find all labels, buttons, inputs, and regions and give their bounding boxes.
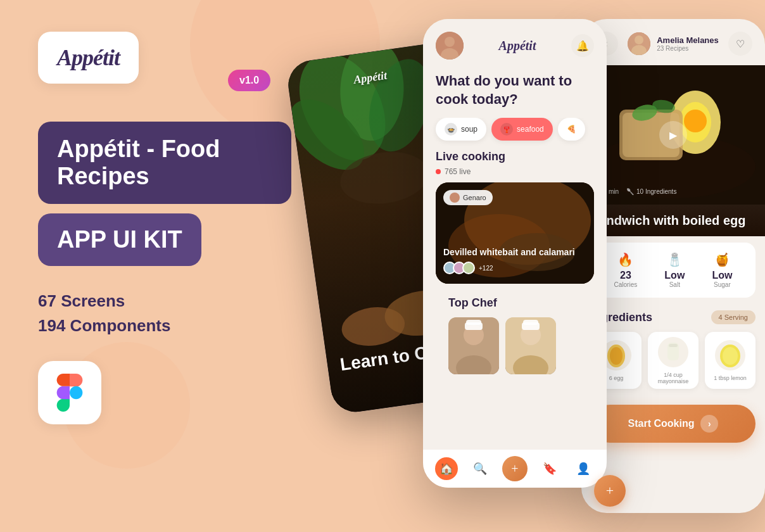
svg-point-9 (445, 37, 455, 47)
ingredients-badge: 🥄 10 Ingredients (626, 188, 676, 195)
stats-section: 67 Screens 194 Components (38, 291, 291, 336)
phone-mid-header: Appétit 🔔 (423, 19, 607, 66)
play-button[interactable]: ▶ (659, 121, 687, 149)
serving-badge: 4 Serving (711, 310, 756, 324)
salt-item: 🧂 Low Salt (664, 252, 685, 288)
seafood-pill[interactable]: 🦞 seafood (491, 118, 553, 141)
user-avatar (436, 32, 464, 60)
ingredients-header: Ingredients 4 Serving (591, 310, 756, 324)
live-title: Live cooking (436, 150, 594, 163)
salt-icon: 🧂 (664, 252, 685, 267)
ingredient-lemon: 1 tbsp lemon (705, 332, 756, 389)
title-box-2: APP UI KIT (38, 213, 201, 266)
chef-name: Genaro (463, 194, 486, 201)
lemon-label: 1 tbsp lemon (714, 375, 747, 381)
top-chef-title: Top Chef (448, 296, 581, 310)
phones-container: Appétit Learn to Cook Appétit 🔔 (284, 0, 765, 532)
avatar-svg (436, 32, 464, 60)
nav-search[interactable]: 🔍 (469, 457, 491, 480)
phone-right: ‹ Amelia Melanes 23 Recipes ♡ (581, 19, 765, 513)
ingredients-section: Ingredients 4 Serving 6 egg (581, 304, 765, 395)
notification-bell[interactable]: 🔔 (571, 34, 594, 57)
calories-value: 23 (614, 270, 638, 281)
chef-card-2[interactable] (505, 317, 556, 374)
app-tagline-2: APP UI KIT (57, 226, 182, 253)
user-recipes: 23 Recipes (657, 45, 719, 52)
right-user-avatar (628, 32, 650, 55)
mayo-svg (657, 336, 689, 368)
soup-label: soup (461, 125, 477, 134)
soup-pill[interactable]: 🍲 soup (436, 118, 486, 141)
calories-icon: 🔥 (614, 252, 638, 267)
chef1-svg (448, 317, 499, 374)
ingredient-icon: 🥄 (626, 188, 634, 195)
salt-value: Low (664, 270, 685, 281)
ingredient-mayo: 1/4 cup mayonnaise (648, 332, 699, 389)
chef-cards (448, 317, 581, 374)
soup-icon: 🍲 (445, 123, 457, 136)
figma-logo-box (38, 361, 101, 424)
sugar-value: Low (712, 270, 732, 281)
live-badge: 765 live (436, 167, 594, 176)
recipe-title: Sandwich with boiled egg (591, 212, 756, 229)
nutrition-section: 🔥 23 Calories 🧂 Low Salt 🍯 Low Sugar (591, 243, 756, 298)
user-header: Amelia Melanes 23 Recipes (628, 32, 719, 55)
fab-button[interactable]: + (594, 475, 626, 507)
title-box-1: Appétit - Food Recipes (38, 122, 291, 204)
svg-point-32 (684, 110, 707, 132)
user-name: Amelia Melanes (657, 35, 719, 45)
salt-label: Salt (664, 281, 685, 288)
recipe-title-section: Sandwich with boiled egg (581, 205, 765, 236)
sugar-label: Sugar (712, 281, 732, 288)
top-chef-section: Top Chef (436, 296, 594, 374)
chef-card-1[interactable] (448, 317, 499, 374)
live-chef-tag: Genaro (443, 190, 493, 205)
start-cooking-button[interactable]: Start Cooking › (591, 405, 756, 443)
viewer-3 (462, 262, 475, 274)
screens-count: 67 Screens (38, 291, 291, 311)
start-chevron-icon: › (700, 415, 718, 433)
viewer-avatars: +122 (443, 262, 586, 274)
greeting-text: What do you want to cook today? (436, 72, 594, 108)
heart-button[interactable]: ♡ (728, 32, 752, 56)
start-cooking-label: Start Cooking (628, 418, 695, 429)
nav-home[interactable]: 🏠 (435, 457, 458, 480)
components-count: 194 Components (38, 316, 291, 336)
ingredients-count: 10 Ingredients (636, 188, 676, 195)
category-pills: 🍲 soup 🦞 seafood 🍕 (423, 118, 607, 150)
lemon-svg (714, 339, 746, 371)
svg-point-26 (635, 35, 643, 44)
mayo-label: 1/4 cup mayonnaise (653, 372, 693, 384)
version-badge: v1.0 (228, 70, 270, 91)
mid-phone-logo: Appétit (499, 39, 536, 53)
seafood-icon: 🦞 (500, 123, 513, 136)
nav-add[interactable]: + (502, 456, 528, 481)
left-panel: Appétit v1.0 Appétit - Food Recipes APP … (38, 32, 291, 424)
svg-rect-42 (669, 344, 678, 347)
live-recipe-name: Devilled whitebait and calamari (443, 246, 586, 258)
chef2-svg (505, 317, 556, 374)
live-card[interactable]: Genaro Devilled whitebait and calamari +… (436, 182, 594, 284)
phone-middle: Appétit 🔔 What do you want to cook today… (423, 19, 607, 488)
calories-item: 🔥 23 Calories (614, 252, 638, 288)
logo-box: Appétit (38, 32, 139, 84)
egg-label: 6 egg (609, 375, 624, 381)
svg-point-39 (610, 347, 623, 365)
mayo-img (657, 336, 689, 368)
extra-label: 🍕 (567, 125, 576, 134)
sugar-icon: 🍯 (712, 252, 732, 267)
lemon-img (714, 339, 746, 371)
figma-icon (54, 374, 85, 412)
recipe-image: ▶ ⏱ 12 min 🥄 10 Ingredients (581, 65, 765, 205)
sugar-item: 🍯 Low Sugar (712, 252, 732, 288)
extra-pill[interactable]: 🍕 (558, 118, 585, 141)
app-logo: Appétit (57, 45, 120, 70)
nav-bookmark[interactable]: 🔖 (538, 457, 561, 480)
user-info: Amelia Melanes 23 Recipes (657, 35, 719, 52)
right-topbar: ‹ Amelia Melanes 23 Recipes ♡ (581, 19, 765, 65)
svg-rect-19 (466, 320, 481, 325)
seafood-label: seafood (517, 125, 544, 134)
live-card-title: Devilled whitebait and calamari +122 (443, 246, 586, 274)
app-tagline-1: Appétit - Food Recipes (57, 136, 272, 190)
nav-profile[interactable]: 👤 (572, 457, 595, 480)
